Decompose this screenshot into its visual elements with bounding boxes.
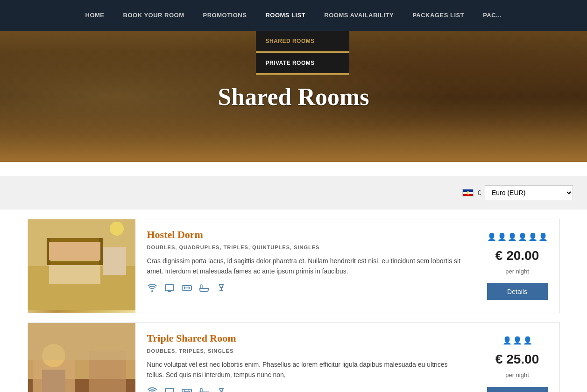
details-button-2[interactable]: Details: [487, 387, 548, 392]
person-icon: 👤: [508, 232, 517, 241]
person-icon: 👤: [528, 232, 537, 241]
hero-title: Shared Rooms: [218, 83, 369, 111]
nav-item-promotions[interactable]: PROMOTIONS: [194, 0, 256, 32]
nav-item-book[interactable]: BOOK YOUR ROOM: [114, 0, 194, 32]
person-icon: 👤: [513, 336, 522, 345]
room-price-2: € 25.00: [495, 352, 539, 367]
person-icon: 👤: [523, 336, 532, 345]
main-nav: HOME BOOK YOUR ROOM PROMOTIONS ROOMS LIS…: [0, 0, 587, 31]
currency-select[interactable]: Euro (EUR) US Dollar (USD) British Pound…: [485, 185, 573, 200]
svg-rect-3: [47, 261, 103, 265]
room-desc-1: Cras dignissim porta lacus, id sagittis …: [147, 256, 464, 277]
person-icon: 👤: [487, 232, 496, 241]
room-info-hostel-dorm: Hostel Dorm DOUBLES, QUADRUPLES, TRIPLES…: [135, 219, 475, 313]
room-image-triple: [28, 323, 135, 392]
room-price-1: € 20.00: [495, 248, 539, 263]
euro-symbol: €: [477, 189, 481, 196]
details-button-1[interactable]: Details: [487, 283, 548, 300]
room-img-placeholder-2: [28, 323, 135, 392]
person-icon: 👤: [518, 232, 527, 241]
wifi-icon-2: [147, 387, 157, 392]
tv-icon-2: [164, 387, 175, 392]
room-tags-2: DOUBLES, TRIPLES, SINGLES: [147, 348, 464, 354]
nav-item-home[interactable]: HOME: [76, 0, 114, 32]
ac-icon: [182, 284, 192, 294]
room-amenities-2: [147, 387, 464, 392]
room-illustration: [28, 219, 135, 310]
room-card-triple-shared: Triple Shared Room DOUBLES, TRIPLES, SIN…: [28, 322, 560, 392]
tv-icon: [164, 284, 175, 294]
room-pricing-1: 👤 👤 👤 👤 👤 👤 € 20.00 per night Details: [475, 219, 559, 313]
nav-item-packages[interactable]: PACKAGES LIST: [403, 0, 474, 32]
bar-icon: [216, 284, 226, 294]
svg-rect-8: [49, 265, 100, 284]
room-info-triple: Triple Shared Room DOUBLES, TRIPLES, SIN…: [135, 323, 475, 392]
svg-rect-10: [103, 247, 126, 275]
rooms-dropdown: SHARED ROOMS PRIVATE ROOMS: [256, 31, 349, 75]
room-name-1: Hostel Dorm: [147, 229, 464, 241]
svg-rect-26: [28, 323, 135, 360]
svg-rect-12: [165, 285, 174, 291]
per-night-2: per night: [505, 371, 529, 378]
per-night-1: per night: [505, 268, 529, 275]
svg-rect-17: [200, 285, 202, 288]
room-desc-2: Nunc volutpat vel est nec lobortis enim.…: [147, 359, 464, 380]
bath-icon: [199, 284, 209, 294]
room-image-hostel-dorm: [28, 219, 135, 313]
filter-bar: € Euro (EUR) US Dollar (USD) British Pou…: [0, 176, 587, 210]
ac-icon-2: [182, 387, 192, 392]
currency-flag-icon: [462, 189, 474, 196]
svg-point-11: [110, 222, 124, 236]
wifi-icon: [147, 284, 157, 294]
room-amenities-1: [147, 284, 464, 294]
svg-rect-7: [49, 242, 100, 260]
nav-item-rooms-list[interactable]: ROOMS LIST SHARED ROOMS PRIVATE ROOMS: [256, 0, 315, 32]
capacity-icons-2: 👤 👤 👤: [502, 336, 532, 345]
svg-rect-23: [42, 370, 65, 392]
svg-rect-32: [200, 388, 202, 392]
person-icon: 👤: [497, 232, 507, 241]
room-name-2: Triple Shared Room: [147, 332, 464, 344]
dropdown-shared-rooms[interactable]: SHARED ROOMS: [256, 31, 349, 53]
room-card-hostel-dorm: Hostel Dorm DOUBLES, QUADRUPLES, TRIPLES…: [28, 219, 560, 313]
currency-selector: € Euro (EUR) US Dollar (USD) British Pou…: [462, 185, 573, 200]
person-icon: 👤: [538, 232, 548, 241]
dropdown-private-rooms[interactable]: PRIVATE ROOMS: [256, 53, 349, 75]
nav-item-pac[interactable]: PAC...: [474, 0, 511, 32]
svg-rect-2: [47, 238, 103, 242]
room-tags-1: DOUBLES, QUADRUPLES, TRIPLES, QUINTUPLES…: [147, 245, 464, 250]
room-illustration-2: [28, 323, 135, 392]
bar-icon-2: [216, 387, 226, 392]
bath-icon-2: [199, 387, 209, 392]
person-icon: 👤: [502, 336, 512, 345]
rooms-container: Hostel Dorm DOUBLES, QUADRUPLES, TRIPLES…: [14, 219, 574, 392]
svg-rect-27: [165, 388, 174, 392]
room-pricing-2: 👤 👤 👤 € 25.00 per night Details: [475, 323, 559, 392]
room-img-placeholder-1: [28, 219, 135, 313]
capacity-icons-1: 👤 👤 👤 👤 👤 👤: [487, 232, 548, 241]
nav-item-rooms-availability[interactable]: ROOMS AVAILABILITY: [315, 0, 403, 32]
